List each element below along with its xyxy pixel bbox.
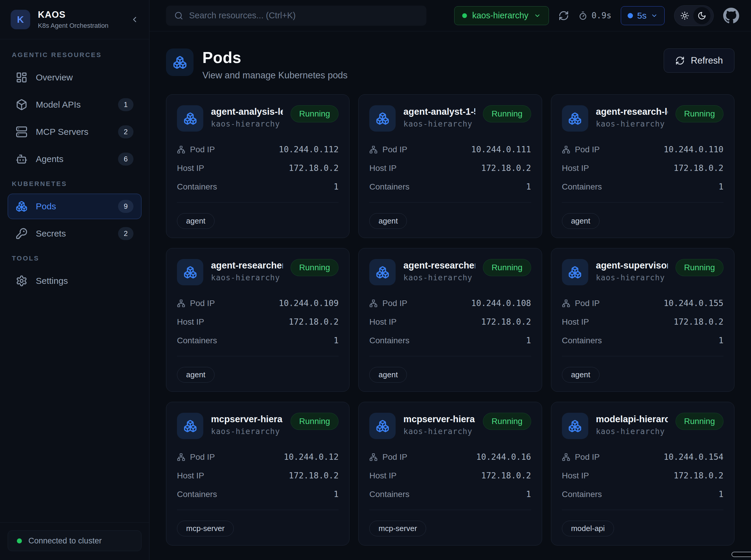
network-icon — [177, 453, 185, 461]
app-window: K KAOS K8s Agent Orchestration Agentic R… — [0, 0, 751, 560]
sidebar-item-overview[interactable]: Overview — [8, 65, 141, 90]
moon-icon — [697, 11, 706, 20]
containers-label: Containers — [562, 182, 602, 192]
containers-label: Containers — [369, 489, 409, 499]
sidebar-item-label: Pods — [36, 201, 56, 212]
pod-ip-value: 10.244.0.109 — [279, 298, 339, 308]
containers-label: Containers — [177, 489, 217, 499]
host-ip-row: Host IP 172.18.0.2 — [562, 317, 724, 327]
host-ip-row: Host IP 172.18.0.2 — [177, 317, 339, 327]
container-tag: agent — [177, 213, 214, 229]
network-icon — [562, 145, 570, 154]
page-title: Pods — [203, 48, 348, 66]
sidebar-item-mcp-servers[interactable]: MCP Servers 2 — [8, 119, 141, 145]
container-tag: agent — [177, 367, 214, 383]
pod-name: agent-researcher-2… — [403, 260, 475, 271]
sidebar-header: K KAOS K8s Agent Orchestration — [0, 0, 149, 39]
boxes-icon — [376, 112, 389, 125]
pod-icon-box — [369, 413, 396, 439]
pod-name: modelapi-hierarchy… — [596, 414, 668, 425]
pod-card[interactable]: agent-analyst-1-59f… kaos-hierarchy Runn… — [358, 94, 542, 238]
host-ip-label: Host IP — [177, 471, 204, 480]
containers-label: Containers — [562, 336, 602, 345]
host-ip-row: Host IP 172.18.0.2 — [562, 471, 724, 480]
chevron-left-icon — [130, 15, 139, 24]
pod-card[interactable]: agent-research-lea… kaos-hierarchy Runni… — [551, 94, 734, 238]
pod-name-block: agent-analysis-lead… kaos-hierarchy — [211, 105, 283, 128]
pod-details: Pod IP 10.244.0.112 Host IP 172.18.0.2 C… — [177, 145, 339, 192]
divider — [562, 356, 724, 356]
pod-icon-box — [562, 259, 588, 285]
container-tags: agent — [562, 213, 724, 229]
containers-row: Containers 1 — [177, 489, 339, 499]
host-ip-label: Host IP — [177, 163, 204, 173]
sidebar-item-label: Settings — [36, 276, 68, 286]
page-header: Pods View and manage Kubernetes pods Ref… — [166, 48, 734, 81]
pod-card[interactable]: modelapi-hierarchy… kaos-hierarchy Runni… — [551, 402, 734, 545]
section-label-agentic-resources: Agentic Resources — [12, 51, 137, 59]
host-ip-value: 172.18.0.2 — [289, 471, 339, 480]
dark-theme-button[interactable] — [693, 7, 710, 24]
containers-value: 1 — [718, 336, 724, 345]
refresh-button-label: Refresh — [691, 55, 723, 66]
pod-card[interactable]: mcpserver-hierarch… kaos-hierarchy Runni… — [166, 402, 349, 545]
sidebar-item-settings[interactable]: Settings — [8, 268, 141, 294]
pod-details: Pod IP 10.244.0.16 Host IP 172.18.0.2 Co… — [369, 452, 531, 499]
page-title-block: Pods View and manage Kubernetes pods — [203, 48, 348, 81]
sidebar-item-label: Agents — [36, 154, 63, 164]
pod-card[interactable]: mcpserver-hierarch… kaos-hierarchy Runni… — [358, 402, 542, 545]
pod-name-block: agent-supervisor-7… kaos-hierarchy — [596, 259, 668, 282]
pod-card[interactable]: agent-supervisor-7… kaos-hierarchy Runni… — [551, 248, 734, 392]
sidebar-item-agents[interactable]: Agents 6 — [8, 146, 141, 172]
host-ip-row: Host IP 172.18.0.2 — [369, 317, 531, 327]
search-box — [166, 6, 426, 26]
light-theme-button[interactable] — [676, 7, 693, 24]
refresh-duration: 0.9s — [578, 11, 611, 20]
pod-icon-box — [369, 105, 396, 132]
container-tag: agent — [562, 367, 599, 383]
app-logo-letter: K — [17, 14, 24, 25]
containers-label: Containers — [177, 336, 217, 345]
poll-interval-value: 5s — [637, 11, 647, 21]
boxes-icon — [184, 112, 197, 125]
refresh-duration-value: 0.9s — [592, 11, 611, 20]
pod-name-block: agent-analyst-1-59f… kaos-hierarchy — [403, 105, 475, 128]
pod-name-block: agent-research-lea… kaos-hierarchy — [596, 105, 668, 128]
refresh-now-button[interactable] — [558, 11, 569, 21]
containers-row: Containers 1 — [369, 182, 531, 192]
container-tag: model-api — [562, 521, 614, 536]
pod-card[interactable]: agent-analysis-lead… kaos-hierarchy Runn… — [166, 94, 349, 238]
containers-value: 1 — [526, 182, 531, 192]
poll-interval-selector[interactable]: 5s — [621, 6, 665, 25]
network-icon — [562, 299, 570, 307]
container-tag: agent — [369, 213, 407, 229]
container-tags: agent — [562, 367, 724, 383]
sidebar-item-pods[interactable]: Pods 9 — [8, 194, 141, 219]
sidebar-item-model-apis[interactable]: Model APIs 1 — [8, 92, 141, 117]
pod-ip-label: Pod IP — [190, 299, 215, 308]
search-input[interactable] — [189, 11, 418, 20]
host-ip-value: 172.18.0.2 — [481, 163, 531, 173]
pods-page-icon-box — [166, 48, 194, 76]
host-ip-row: Host IP 172.18.0.2 — [562, 163, 724, 173]
divider — [177, 356, 339, 356]
host-ip-label: Host IP — [177, 317, 204, 327]
horizontal-scrollbar-thumb[interactable] — [731, 552, 751, 557]
refresh-button[interactable]: Refresh — [664, 48, 734, 73]
pod-ip-value: 10.244.0.154 — [664, 452, 724, 462]
sidebar-collapse-button[interactable] — [130, 15, 139, 24]
github-link[interactable] — [723, 8, 739, 24]
sidebar-item-secrets[interactable]: Secrets 2 — [8, 221, 141, 246]
status-dot-icon — [17, 538, 22, 543]
containers-row: Containers 1 — [177, 182, 339, 192]
search-icon — [174, 11, 183, 20]
host-ip-row: Host IP 172.18.0.2 — [369, 163, 531, 173]
pod-icon-box — [562, 105, 588, 132]
pod-name-block: agent-researcher-1-… kaos-hierarchy — [211, 259, 283, 282]
pod-card-header: agent-researcher-2… kaos-hierarchy Runni… — [369, 259, 531, 285]
namespace-selector[interactable]: kaos-hierarchy — [454, 6, 549, 25]
pod-card[interactable]: agent-researcher-2… kaos-hierarchy Runni… — [358, 248, 542, 392]
pod-details: Pod IP 10.244.0.154 Host IP 172.18.0.2 C… — [562, 452, 724, 499]
pod-card[interactable]: agent-researcher-1-… kaos-hierarchy Runn… — [166, 248, 349, 392]
host-ip-value: 172.18.0.2 — [673, 317, 724, 327]
